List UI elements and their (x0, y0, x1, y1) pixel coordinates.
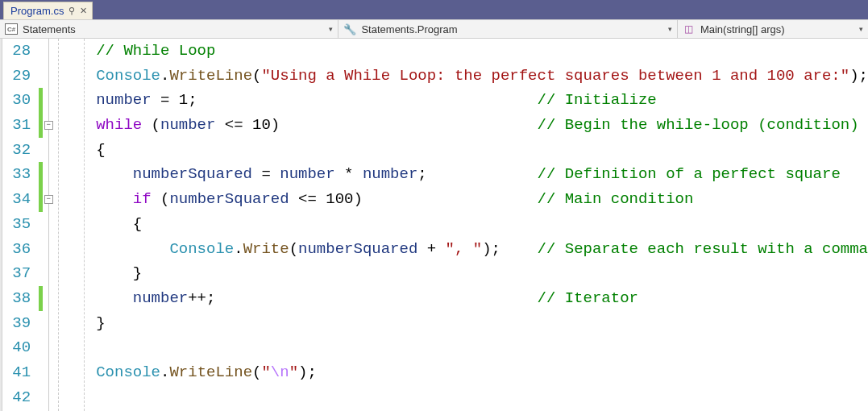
code-line[interactable]: Console.WriteLine("Using a While Loop: t… (96, 64, 868, 89)
class-dropdown[interactable]: 🔧 Statements.Program ▾ (338, 20, 677, 38)
chevron-down-icon: ▾ (668, 25, 672, 33)
line-number: 42 (2, 385, 31, 410)
code-line[interactable]: while (number <= 10) // Begin the while-… (96, 113, 868, 138)
code-line[interactable]: Console.WriteLine("\n"); (96, 360, 868, 385)
close-icon[interactable]: ✕ (80, 6, 87, 16)
code-line[interactable] (96, 385, 868, 410)
method-icon: ◫ (683, 23, 696, 35)
line-number-gutter: 282930313233343536373839404142 (2, 39, 39, 411)
code-line[interactable]: number++; // Iterator (96, 286, 868, 311)
file-tab[interactable]: Program.cs ⚲ ✕ (3, 2, 93, 19)
code-editor[interactable]: 282930313233343536373839404142 −− // Whi… (0, 39, 868, 411)
pin-icon[interactable]: ⚲ (69, 6, 75, 16)
code-line[interactable]: { (96, 138, 868, 163)
code-line[interactable]: } (96, 311, 868, 336)
line-number: 38 (2, 286, 31, 311)
code-line[interactable]: number = 1; // Initialize (96, 88, 868, 113)
code-line[interactable]: { (96, 212, 868, 237)
line-number: 41 (2, 360, 31, 385)
class-icon: 🔧 (343, 23, 356, 35)
code-line[interactable]: if (numberSquared <= 100) // Main condit… (96, 187, 868, 212)
class-label: Statements.Program (361, 23, 457, 35)
line-number: 29 (2, 64, 31, 89)
code-line[interactable]: // While Loop (96, 39, 868, 64)
code-line[interactable]: numberSquared = number * number; // Defi… (96, 162, 868, 187)
namespace-label: Statements (23, 23, 76, 35)
line-number: 40 (2, 335, 31, 360)
code-line[interactable] (96, 335, 868, 360)
outline-column: −− (43, 39, 56, 411)
line-number: 32 (2, 138, 31, 163)
code-line[interactable]: } (96, 261, 868, 286)
line-number: 30 (2, 88, 31, 113)
chevron-down-icon: ▾ (859, 25, 863, 33)
line-number: 39 (2, 311, 31, 336)
editor-tabstrip: Program.cs ⚲ ✕ (0, 0, 868, 19)
line-number: 34 (2, 187, 31, 212)
fold-toggle[interactable]: − (44, 195, 53, 204)
method-label: Main(string[] args) (700, 23, 785, 35)
fold-toggle[interactable]: − (44, 121, 53, 130)
line-number: 31 (2, 113, 31, 138)
chevron-down-icon: ▾ (329, 25, 333, 33)
line-number: 28 (2, 39, 31, 64)
namespace-dropdown[interactable]: C# Statements ▾ (0, 20, 338, 38)
method-dropdown[interactable]: ◫ Main(string[] args) ▾ (678, 20, 868, 38)
indent-guides (56, 39, 96, 411)
line-number: 36 (2, 237, 31, 262)
line-number: 35 (2, 212, 31, 237)
navigation-bar: C# Statements ▾ 🔧 Statements.Program ▾ ◫… (0, 19, 868, 39)
line-number: 33 (2, 162, 31, 187)
line-number: 37 (2, 261, 31, 286)
csharp-icon: C# (5, 23, 18, 35)
code-area[interactable]: // While LoopConsole.WriteLine("Using a … (96, 39, 868, 411)
code-line[interactable]: Console.Write(numberSquared + ", "); // … (96, 237, 868, 262)
file-tab-label: Program.cs (10, 5, 64, 17)
